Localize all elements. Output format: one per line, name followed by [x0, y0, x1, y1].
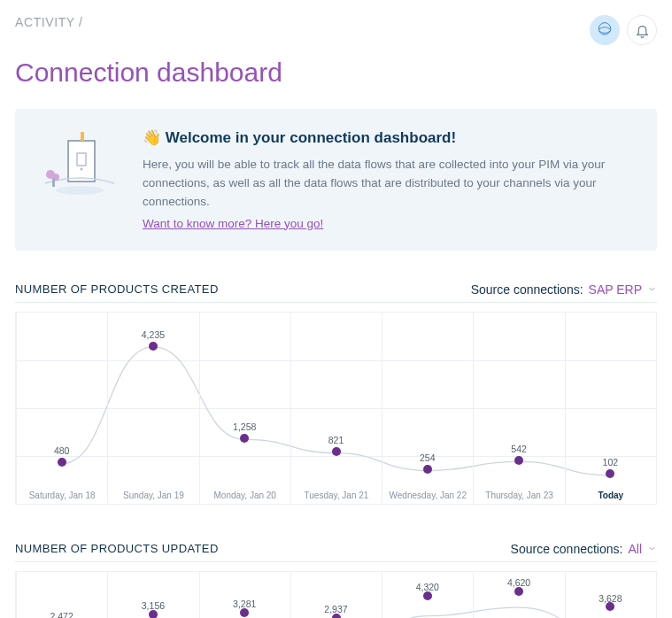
- filter-value-created: SAP ERP: [589, 282, 642, 297]
- notifications-button[interactable]: [627, 15, 657, 45]
- welcome-learn-more-link[interactable]: Want to know more? Here you go!: [143, 217, 323, 230]
- section-title-created: NUMBER OF PRODUCTS CREATED: [15, 282, 219, 296]
- welcome-panel: 👋 Welcome in your connection dashboard! …: [15, 109, 657, 251]
- section-title-updated: NUMBER OF PRODUCTS UPDATED: [15, 542, 219, 555]
- filter-label: Source connections:: [511, 542, 623, 556]
- svg-rect-4: [81, 132, 84, 141]
- avatar[interactable]: [590, 15, 620, 45]
- chart-x-label: Thursday, Jan 23: [474, 491, 564, 500]
- bell-icon: [635, 23, 650, 38]
- chart-x-label: Wednesday, Jan 22: [382, 491, 473, 500]
- chart-x-label: Tuesday, Jan 21: [291, 491, 382, 500]
- filter-value-updated: All: [628, 542, 642, 556]
- chart-x-label: Sunday, Jan 19: [108, 491, 198, 500]
- avatar-icon: [596, 21, 614, 39]
- welcome-heading: 👋 Welcome in your connection dashboard!: [143, 128, 636, 147]
- chevron-down-icon: [647, 284, 657, 294]
- svg-point-8: [56, 186, 104, 195]
- chevron-down-icon: [647, 544, 657, 553]
- chart-x-label: Today: [566, 491, 656, 500]
- chart-x-label: Monday, Jan 20: [200, 491, 290, 500]
- wave-icon: 👋: [143, 129, 161, 146]
- svg-point-3: [80, 167, 82, 170]
- chart-x-label: Saturday, Jan 18: [17, 491, 107, 500]
- svg-rect-7: [52, 178, 55, 187]
- welcome-illustration: [36, 128, 116, 199]
- source-filter-created[interactable]: Source connections: SAP ERP: [471, 282, 657, 297]
- breadcrumb: ACTIVITY /: [15, 15, 83, 29]
- filter-label: Source connections:: [471, 282, 583, 297]
- welcome-body: Here, you will be able to track all the …: [143, 156, 636, 212]
- source-filter-updated[interactable]: Source connections: All: [511, 542, 657, 556]
- chart-products-created: 4804,2351,258821254542102 Saturday, Jan …: [15, 312, 657, 505]
- chart-products-updated: 2,4723,1563,2812,9374,3204,6203,628: [15, 571, 657, 618]
- page-title: Connection dashboard: [15, 58, 657, 88]
- svg-rect-1: [68, 141, 95, 182]
